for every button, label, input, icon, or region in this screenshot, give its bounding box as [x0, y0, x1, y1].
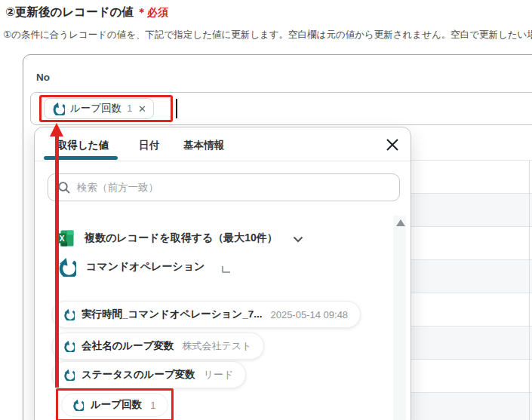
annotation-arrow-line	[55, 136, 59, 388]
loop-count-chip[interactable]: ループ回数 1 ✕	[44, 98, 154, 119]
loop-icon	[63, 340, 75, 352]
tabs-divider	[35, 161, 411, 161]
close-icon[interactable]	[385, 137, 400, 152]
item-label: ループ回数	[91, 398, 142, 412]
chip-value: 1	[127, 103, 132, 114]
search-box	[48, 173, 400, 201]
annotation-arrow-head	[50, 123, 63, 136]
item-value: リード	[204, 368, 234, 382]
list-item-company-loop-var[interactable]: 会社名のループ変数 株式会社テスト	[52, 333, 264, 360]
annotation-box-chip: ループ回数 1 ✕	[39, 95, 173, 122]
background-table-right-border	[529, 161, 530, 420]
loop-icon	[72, 399, 84, 411]
loop-icon	[57, 257, 76, 277]
svg-text:X: X	[60, 235, 65, 243]
value-picker-popup: 取得した値 日付 基本情報 X 複数のレコードを取得する（最大10件） コマンド…	[34, 127, 411, 420]
required-badge: ＊必須	[137, 6, 168, 18]
list-item-status-loop-var[interactable]: ステータスのループ変数 リード	[52, 361, 246, 388]
chevron-down-icon[interactable]	[293, 236, 303, 243]
page-description: ①の条件に合うレコードの値を、下記で指定した値に更新します。空白欄は元の値から更…	[3, 29, 532, 41]
page-title-text: ②更新後のレコードの値	[5, 5, 134, 18]
tab-obtained-values[interactable]: 取得した値	[57, 139, 109, 152]
nested-corner-icon	[222, 266, 230, 273]
list-item-loop-count[interactable]: ループ回数 1	[61, 393, 168, 417]
list-item-execution-time[interactable]: 実行時間_コマンドオペレーション_7... 2025-05-14 09:48	[52, 301, 361, 328]
item-value: 株式会社テスト	[182, 339, 251, 353]
background-table-rows	[411, 160, 532, 420]
loop-icon	[63, 308, 75, 320]
group-label: コマンドオペレーション	[86, 260, 204, 274]
chip-label: ループ回数	[70, 102, 121, 115]
item-value: 2025-05-14 09:48	[270, 309, 348, 320]
annotation-box-loop-count-item: ループ回数 1	[56, 388, 174, 420]
chip-remove-icon[interactable]: ✕	[138, 103, 146, 115]
scroll-up-icon[interactable]	[396, 219, 405, 226]
item-value: 1	[150, 400, 155, 411]
search-input[interactable]	[48, 174, 399, 201]
field-label-no: No	[36, 72, 50, 83]
text-cursor	[176, 99, 177, 118]
group-label: 複数のレコードを取得する（最大10件）	[85, 231, 278, 245]
item-label: 実行時間_コマンドオペレーション_7...	[81, 308, 262, 321]
tab-basic-info[interactable]: 基本情報	[183, 139, 224, 152]
loop-icon	[63, 369, 75, 381]
popup-scrollbar[interactable]	[393, 216, 406, 420]
group-get-multiple-records[interactable]: X 複数のレコードを取得する（最大10件）	[57, 228, 303, 249]
item-label: 会社名のループ変数	[81, 339, 174, 353]
group-command-operation[interactable]: コマンドオペレーション	[57, 256, 230, 277]
tab-date[interactable]: 日付	[139, 139, 159, 152]
page-title: ②更新後のレコードの値＊必須	[5, 5, 168, 20]
excel-icon: X	[57, 229, 75, 247]
item-label: ステータスのループ変数	[81, 368, 195, 382]
loop-icon	[51, 102, 65, 115]
